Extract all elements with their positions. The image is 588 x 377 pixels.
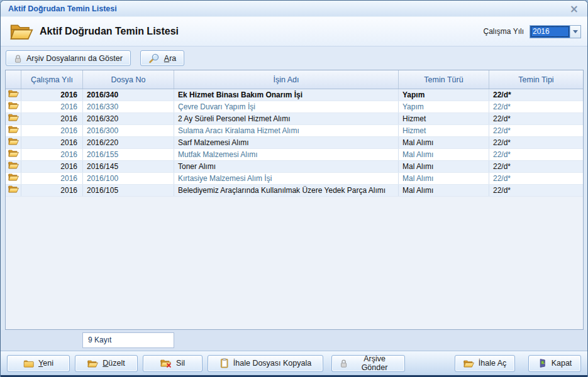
table-row[interactable]: 2016 2016/145 Toner Alımı Mal Alımı 22/d…: [6, 161, 583, 173]
cell-isin-adi: Mutfak Malzemesi Alımı: [174, 149, 399, 160]
cell-temin-turu: Hizmet: [399, 113, 489, 124]
cell-isin-adi: Sarf Malzemesi Alımı: [174, 137, 399, 148]
cell-temin-turu: Mal Alımı: [399, 149, 489, 160]
header-temin-turu[interactable]: Temin Türü: [399, 70, 489, 89]
table-row[interactable]: 2016 2016/300 Sulama Aracı Kiralama Hizm…: [6, 125, 583, 137]
send-to-archive-button[interactable]: Arşive Gönder: [331, 355, 405, 372]
cell-dosya-no: 2016/145: [83, 161, 174, 172]
open-folder-icon: [8, 89, 19, 101]
table-row[interactable]: 2016 2016/340 Ek Hizmet Binası Bakım Ona…: [6, 89, 583, 101]
search-label: Ara: [164, 54, 176, 63]
delete-label: Sil: [176, 359, 185, 368]
page-title: Aktif Doğrudan Temin Listesi: [40, 26, 179, 37]
cell-temin-tipi: 22/d*: [489, 137, 583, 148]
cell-calisma-yili: 2016: [21, 173, 83, 184]
cell-dosya-no: 2016/155: [83, 149, 174, 160]
cell-dosya-no: 2016/220: [83, 137, 174, 148]
table-row[interactable]: 2016 2016/330 Çevre Duvarı Yapım İşi Yap…: [6, 101, 583, 113]
cell-isin-adi: Çevre Duvarı Yapım İşi: [174, 101, 399, 112]
send-to-archive-label: Arşive Gönder: [352, 354, 397, 372]
cell-temin-turu: Mal Alımı: [399, 137, 489, 148]
toolbar: Arşiv Dosyalarını da Göster Ara: [1, 46, 587, 70]
open-folder-icon: [8, 185, 19, 196]
close-icon[interactable]: ×: [567, 4, 581, 14]
magnifier-icon: [148, 53, 160, 63]
open-folder-icon: [463, 359, 474, 368]
cell-temin-tipi: 22/d*: [489, 161, 583, 172]
table-row[interactable]: 2016 2016/320 2 Ay Süreli Personel Hizme…: [6, 113, 583, 125]
cell-calisma-yili: 2016: [21, 89, 83, 101]
table-footer: 9 Kayıt: [1, 330, 587, 351]
close-button[interactable]: Kapat: [528, 355, 581, 372]
cell-temin-turu: Hizmet: [399, 125, 489, 136]
year-combobox-dropdown-button[interactable]: [570, 26, 580, 38]
copy-tender-file-button[interactable]: İhale Dosyası Kopyala: [208, 355, 323, 372]
cell-isin-adi: Belediyemiz Araçlarında Kullanılmak Üzer…: [174, 185, 399, 196]
lock-icon: [14, 54, 22, 63]
open-folder-icon: [87, 359, 98, 368]
page-header: Aktif Doğrudan Temin Listesi Çalışma Yıl…: [1, 17, 587, 46]
new-label: Yeni: [38, 359, 53, 368]
cell-temin-turu: Mal Alımı: [399, 185, 489, 196]
header-calisma-yili[interactable]: Çalışma Yılı: [21, 70, 83, 89]
cell-dosya-no: 2016/105: [83, 185, 174, 196]
cell-isin-adi: Ek Hizmet Binası Bakım Onarım İşi: [174, 89, 399, 101]
action-button-bar: Yeni Düzelt Sil: [1, 351, 587, 375]
header-icon-column: [6, 70, 21, 89]
close-label: Kapat: [552, 359, 572, 368]
cell-isin-adi: Toner Alımı: [174, 161, 399, 172]
table-row[interactable]: 2016 2016/220 Sarf Malzemesi Alımı Mal A…: [6, 137, 583, 149]
header-isin-adi[interactable]: İşin Adı: [174, 70, 399, 89]
cell-temin-tipi: 22/d*: [489, 125, 583, 136]
closed-folder-icon: [23, 359, 34, 368]
open-folder-icon: [8, 173, 19, 184]
table-row[interactable]: 2016 2016/155 Mutfak Malzemesi Alımı Mal…: [6, 149, 583, 161]
table-row[interactable]: 2016 2016/105 Belediyemiz Araçlarında Ku…: [6, 185, 583, 197]
year-selector-group: Çalışma Yılı 2016: [484, 25, 581, 38]
year-combobox[interactable]: 2016: [530, 25, 581, 38]
lock-icon: [340, 359, 348, 368]
cell-temin-tipi: 22/d*: [489, 101, 583, 112]
cell-temin-turu: Yapım: [399, 101, 489, 112]
copy-tender-file-label: İhale Dosyası Kopyala: [233, 359, 311, 368]
show-archive-files-button[interactable]: Arşiv Dosyalarını da Göster: [6, 50, 131, 66]
open-folder-icon: [9, 23, 33, 40]
cell-isin-adi: 2 Ay Süreli Personel Hizmet Alımı: [174, 113, 399, 124]
edit-label: Düzelt: [103, 359, 125, 368]
header-dosya-no[interactable]: Dosya No: [83, 70, 174, 89]
cell-temin-turu: Mal Alımı: [399, 173, 489, 184]
delete-button[interactable]: Sil: [143, 355, 202, 372]
table-header: Çalışma Yılı Dosya No İşin Adı Temin Tür…: [6, 70, 583, 89]
header-temin-tipi[interactable]: Temin Tipi: [489, 70, 583, 89]
window-title: Aktif Doğrudan Temin Listesi: [8, 4, 567, 13]
cell-dosya-no: 2016/100: [83, 173, 174, 184]
title-bar: Aktif Doğrudan Temin Listesi ×: [1, 1, 587, 17]
cell-dosya-no: 2016/320: [83, 113, 174, 124]
app-window: Aktif Doğrudan Temin Listesi × Aktif Doğ…: [0, 0, 588, 377]
search-button[interactable]: Ara: [140, 50, 184, 66]
exit-door-icon: [538, 358, 547, 368]
open-folder-icon: [8, 125, 19, 136]
edit-button[interactable]: Düzelt: [75, 355, 138, 372]
cell-calisma-yili: 2016: [21, 101, 83, 112]
cell-temin-tipi: 22/d*: [489, 173, 583, 184]
cell-calisma-yili: 2016: [21, 161, 83, 172]
delete-folder-icon: [160, 359, 172, 368]
open-folder-icon: [8, 113, 19, 124]
open-tender-button[interactable]: İhale Aç: [455, 355, 515, 372]
record-count: 9 Kayıt: [82, 332, 174, 348]
cell-temin-tipi: 22/d*: [489, 149, 583, 160]
cell-temin-turu: Mal Alımı: [399, 161, 489, 172]
cell-dosya-no: 2016/330: [83, 101, 174, 112]
cell-isin-adi: Sulama Aracı Kiralama Hizmet Alımı: [174, 125, 399, 136]
procurement-table: Çalışma Yılı Dosya No İşin Adı Temin Tür…: [5, 70, 584, 330]
open-tender-label: İhale Aç: [479, 359, 506, 368]
new-button[interactable]: Yeni: [7, 355, 70, 372]
year-combobox-value[interactable]: 2016: [530, 26, 570, 38]
open-folder-icon: [8, 161, 19, 172]
cell-dosya-no: 2016/300: [83, 125, 174, 136]
cell-temin-tipi: 22/d*: [489, 185, 583, 196]
cell-temin-tipi: 22/d*: [489, 113, 583, 124]
table-row[interactable]: 2016 2016/100 Kırtasiye Malzemesi Alım İ…: [6, 173, 583, 185]
cell-temin-tipi: 22/d*: [489, 89, 583, 101]
